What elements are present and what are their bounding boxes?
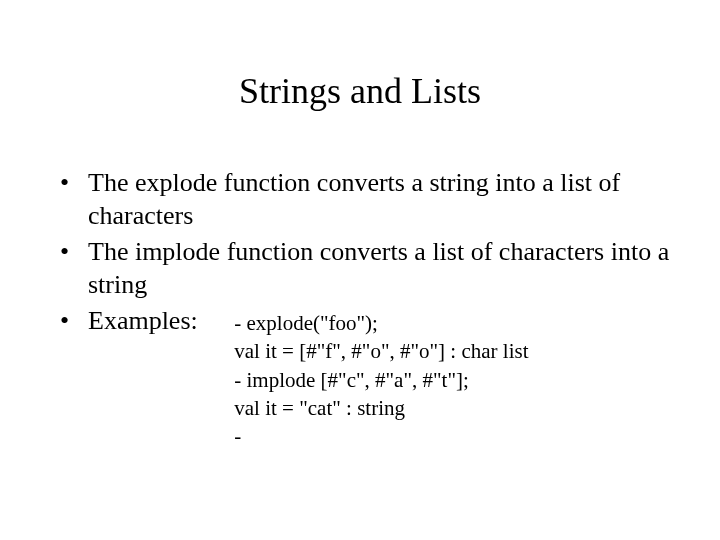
- examples-label: Examples:: [88, 305, 198, 338]
- code-line: - implode [#"c", #"a", #"t"];: [234, 368, 469, 392]
- bullet-text: The implode function converts a list of …: [88, 237, 669, 299]
- code-line: val it = [#"f", #"o", #"o"] : char list: [234, 339, 528, 363]
- bullet-text: The explode function converts a string i…: [88, 168, 620, 230]
- code-block: - explode("foo"); val it = [#"f", #"o", …: [234, 309, 528, 451]
- bullet-list: The explode function converts a string i…: [60, 167, 670, 451]
- bullet-item: Examples: - explode("foo"); val it = [#"…: [60, 305, 670, 451]
- slide-title: Strings and Lists: [50, 70, 670, 112]
- bullet-item: The implode function converts a list of …: [60, 236, 670, 301]
- code-line: val it = "cat" : string: [234, 396, 405, 420]
- code-line: -: [234, 424, 241, 448]
- bullet-item: The explode function converts a string i…: [60, 167, 670, 232]
- code-line: - explode("foo");: [234, 311, 378, 335]
- slide: Strings and Lists The explode function c…: [0, 0, 720, 540]
